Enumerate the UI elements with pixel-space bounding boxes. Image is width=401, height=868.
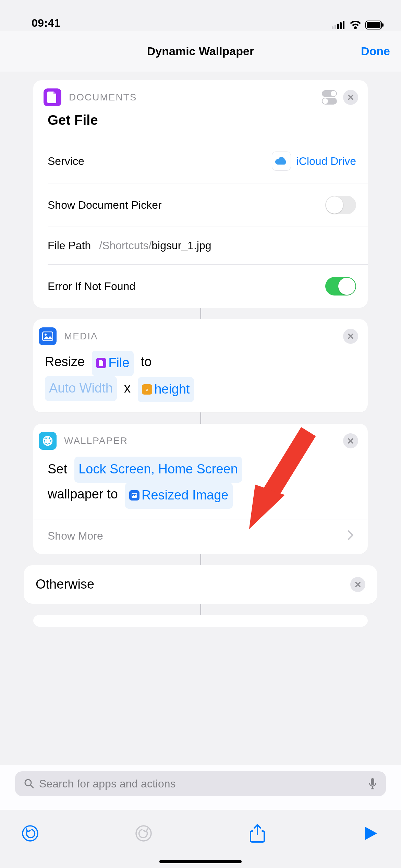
svg-line-18 [31, 785, 33, 788]
file-variable-token[interactable]: File [92, 351, 133, 376]
show-more-label: Show More [48, 530, 103, 542]
card-header: WALLPAPER [33, 424, 368, 453]
icloud-icon [272, 152, 291, 171]
undo-button[interactable] [19, 822, 41, 844]
header-controls [322, 90, 358, 105]
svg-text:x: x [146, 387, 148, 392]
media-app-icon [39, 327, 57, 345]
bottom-toolbar [0, 815, 401, 852]
svg-rect-19 [371, 778, 374, 785]
svg-point-9 [45, 334, 47, 336]
auto-width-token[interactable]: Auto Width [45, 376, 117, 401]
service-row[interactable]: Service iCloud Drive [33, 139, 368, 183]
share-button[interactable] [246, 822, 268, 844]
chevron-right-icon [347, 530, 354, 542]
home-indicator [159, 860, 242, 863]
svg-rect-4 [343, 21, 344, 29]
picker-switch[interactable] [325, 196, 356, 214]
action-card-wallpaper[interactable]: WALLPAPER Set Lock Screen, Home Screen w… [33, 424, 368, 554]
wifi-icon [350, 21, 361, 29]
microphone-icon[interactable] [368, 777, 377, 790]
file-path-row[interactable]: File Path /Shortcuts/bigsur_1.jpg [33, 227, 368, 264]
svg-rect-6 [367, 22, 380, 28]
service-value[interactable]: iCloud Drive [296, 155, 356, 168]
picker-label: Show Document Picker [48, 199, 162, 212]
otherwise-label: Otherwise [36, 577, 94, 592]
status-icons [332, 21, 384, 29]
search-panel: Search for apps and actions [0, 764, 401, 810]
shortcut-editor: DOCUMENTS Get File Service iCloud Drive [0, 72, 401, 627]
filepath-label: File Path [48, 239, 91, 252]
error-switch[interactable] [325, 277, 356, 296]
image-icon [129, 490, 139, 501]
connector [200, 308, 201, 319]
height-variable-token[interactable]: x height [138, 377, 194, 402]
category-label: DOCUMENTS [69, 92, 137, 103]
set-wallpaper-action-body[interactable]: Set Lock Screen, Home Screen wallpaper t… [33, 453, 368, 519]
svg-rect-0 [332, 26, 333, 29]
delete-action-button[interactable] [350, 577, 365, 592]
delete-action-button[interactable] [343, 329, 358, 344]
svg-rect-3 [340, 22, 342, 29]
status-time: 09:41 [32, 17, 60, 29]
done-button[interactable]: Done [361, 45, 390, 58]
svg-rect-1 [335, 25, 336, 29]
nav-header: Dynamic Wallpaper Done [0, 31, 401, 72]
cellular-icon [332, 21, 345, 29]
category-label: MEDIA [64, 331, 98, 342]
card-header: DOCUMENTS [33, 80, 368, 110]
action-title[interactable]: Get File [33, 110, 368, 139]
search-placeholder: Search for apps and actions [39, 777, 363, 790]
delete-action-button[interactable] [343, 433, 358, 448]
filepath-prefix: /Shortcuts/ [99, 239, 151, 252]
filepath-file[interactable]: bigsur_1.jpg [151, 239, 211, 252]
show-more-row[interactable]: Show More [33, 519, 368, 554]
connector [200, 604, 201, 615]
resized-image-token[interactable]: Resized Image [125, 483, 232, 509]
variable-icon: x [142, 384, 152, 395]
action-card-documents[interactable]: DOCUMENTS Get File Service iCloud Drive [33, 80, 368, 308]
connector [200, 554, 201, 565]
resize-action-body[interactable]: Resize File to Auto Width x x height [33, 349, 368, 412]
action-card-peek[interactable] [33, 615, 368, 627]
action-card-otherwise[interactable]: Otherwise [24, 565, 377, 604]
svg-rect-7 [382, 23, 384, 27]
page-title: Dynamic Wallpaper [147, 45, 254, 58]
search-field[interactable]: Search for apps and actions [15, 771, 386, 796]
screens-token[interactable]: Lock Screen, Home Screen [74, 457, 242, 483]
svg-rect-8 [42, 332, 53, 341]
action-card-media[interactable]: MEDIA Resize File to Auto Width x x heig… [33, 319, 368, 412]
file-icon [96, 358, 106, 368]
accepts-input-toggle[interactable] [322, 90, 337, 105]
error-row[interactable]: Error If Not Found [33, 265, 368, 308]
document-picker-row[interactable]: Show Document Picker [33, 183, 368, 227]
redo-button[interactable] [133, 822, 155, 844]
search-icon [24, 779, 34, 789]
svg-point-23 [136, 826, 151, 841]
play-button[interactable] [360, 822, 382, 844]
category-label: WALLPAPER [64, 435, 128, 446]
service-label: Service [48, 155, 84, 168]
error-label: Error If Not Found [48, 280, 135, 293]
delete-action-button[interactable] [343, 90, 358, 105]
wallpaper-app-icon [39, 432, 57, 450]
battery-icon [365, 21, 384, 29]
status-bar: 09:41 [0, 0, 401, 31]
svg-point-22 [23, 826, 38, 841]
svg-rect-2 [337, 24, 339, 29]
card-header: MEDIA [33, 319, 368, 349]
documents-app-icon [44, 88, 61, 106]
connector [200, 412, 201, 424]
